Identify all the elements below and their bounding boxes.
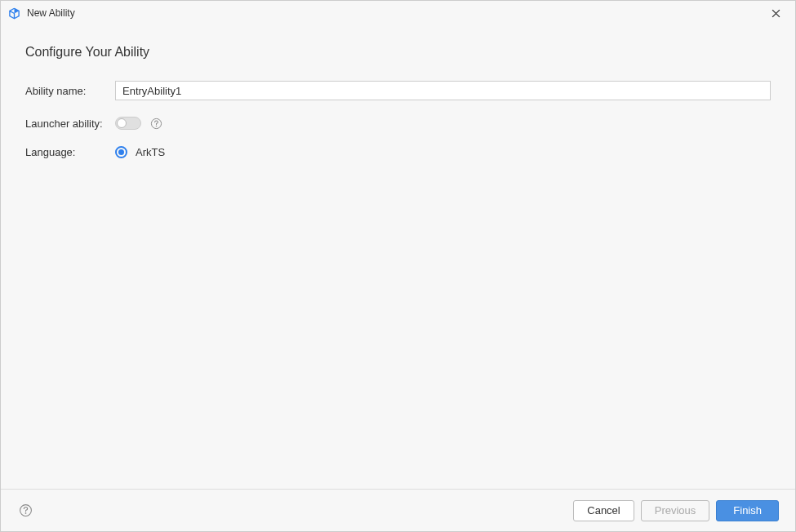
ability-name-label: Ability name: (25, 85, 115, 97)
content-area: Configure Your Ability Ability name: Lau… (1, 25, 795, 489)
new-ability-dialog: New Ability Configure Your Ability Abili… (0, 0, 796, 532)
language-label: Language: (25, 146, 115, 158)
page-heading: Configure Your Ability (25, 45, 771, 60)
launcher-ability-toggle[interactable] (115, 117, 141, 130)
window-title: New Ability (27, 7, 763, 19)
cancel-button[interactable]: Cancel (573, 500, 634, 521)
language-radio-arkts[interactable] (115, 146, 127, 158)
footer: Cancel Previous Finish (1, 489, 795, 531)
finish-button[interactable]: Finish (716, 500, 779, 521)
close-button[interactable] (763, 1, 789, 25)
svg-point-3 (24, 512, 26, 514)
help-icon[interactable] (149, 117, 162, 130)
toggle-knob (117, 118, 127, 128)
launcher-ability-label: Launcher ability: (25, 117, 115, 130)
radio-dot (118, 149, 124, 155)
titlebar: New Ability (1, 1, 795, 25)
launcher-ability-row: Launcher ability: (25, 117, 771, 130)
ability-name-row: Ability name: (25, 81, 771, 100)
app-icon (7, 7, 20, 20)
previous-button[interactable]: Previous (641, 500, 710, 521)
language-row: Language: ArkTS (25, 146, 771, 158)
ability-name-input[interactable] (115, 81, 771, 100)
svg-point-1 (155, 125, 157, 126)
language-option-label: ArkTS (136, 146, 165, 158)
footer-help-icon[interactable] (17, 503, 33, 519)
